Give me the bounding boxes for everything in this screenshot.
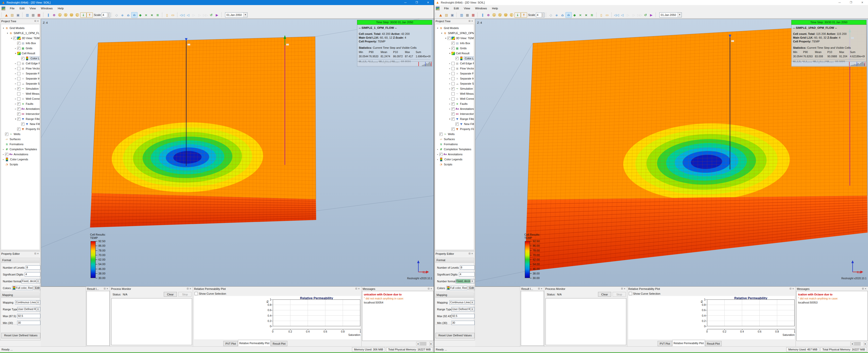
expander-icon[interactable]: ▸: [448, 98, 452, 100]
toolbar-button-nav-cube-home[interactable]: ⌂: [565, 12, 572, 18]
toolbar-button-summary-plots[interactable]: ▥: [25, 12, 30, 18]
expander-icon[interactable]: ▾: [14, 118, 17, 120]
scale-spinner[interactable]: 4▴▾: [102, 12, 110, 18]
significant-digits-input[interactable]: 4: [459, 272, 475, 276]
toolbar-button-plot-manager[interactable]: ▩: [465, 12, 470, 18]
toolbar-button-animation-first[interactable]: ◁◁: [179, 12, 185, 18]
spinner-arrows-icon[interactable]: ▴▾: [541, 13, 544, 17]
expander-icon[interactable]: ▸: [14, 98, 17, 100]
tree-row[interactable]: ▸☁Separate Surface Results: [435, 81, 474, 86]
tree-row[interactable]: ◔Scripts: [435, 162, 474, 167]
expander-icon[interactable]: ▸: [14, 103, 17, 105]
expander-icon[interactable]: ▸: [436, 148, 439, 150]
tree-row[interactable]: ▸▦Cell Edge Result: [1, 61, 40, 66]
tree-row[interactable]: ▸≡Well Connection Factors: [435, 96, 474, 101]
checkbox[interactable]: [447, 37, 451, 40]
tree-row[interactable]: ▸Color Legends: [1, 157, 40, 162]
restore-button[interactable]: ❐: [411, 0, 423, 5]
tree-row[interactable]: ▸▣Flow Vector Result: [1, 66, 40, 71]
timestep-combo[interactable]: 01.Jan 2050▾: [225, 12, 248, 18]
expander-icon[interactable]: ▸: [448, 83, 452, 85]
tree-row[interactable]: ▸×Separate Fault Result: [435, 71, 474, 76]
expander-icon[interactable]: ▸: [448, 108, 452, 110]
checkbox[interactable]: [17, 127, 21, 131]
toolbar-button-show-grid-box[interactable]: ◆: [572, 12, 578, 18]
toolbar-button-plot-manager[interactable]: ▩: [30, 12, 36, 18]
tree-row[interactable]: ▸×Faults: [435, 101, 474, 106]
toolbar-button-animation-play[interactable]: ▷: [625, 12, 631, 18]
checkbox[interactable]: [452, 72, 455, 75]
expander-icon[interactable]: ▾: [14, 52, 17, 55]
checkbox[interactable]: [21, 122, 25, 126]
toolbar-button-open-project[interactable]: ▧: [443, 12, 450, 18]
menu-item-help[interactable]: Help: [490, 7, 501, 10]
checkbox[interactable]: [452, 107, 455, 111]
tree-row[interactable]: ⋈Intersections: [1, 111, 40, 116]
toolbar-button-view-up[interactable]: ↑: [87, 12, 93, 18]
show-curve-checkbox[interactable]: [629, 292, 632, 295]
toolbar-button-view-perspective[interactable]: ◈: [120, 12, 125, 18]
expander-icon[interactable]: ▾: [6, 32, 9, 34]
tree-row[interactable]: ▤Info Box: [435, 41, 474, 46]
tree-row[interactable]: ▸#Completion Templates: [435, 147, 474, 152]
tab-relative-permeability-plot[interactable]: Relative Permeability Plot: [672, 340, 705, 346]
expander-icon[interactable]: ▸: [14, 62, 17, 65]
toolbar-button-animation-step-forward[interactable]: ▷: [631, 12, 637, 18]
checkbox[interactable]: [452, 87, 455, 90]
tree-row[interactable]: ▱Surfaces: [435, 137, 474, 142]
expander-icon[interactable]: ▸: [2, 158, 5, 160]
toolbar-button-animation-step-back[interactable]: ◁: [619, 12, 625, 18]
toolbar-button-split-view[interactable]: ‖: [480, 12, 486, 18]
tree-row[interactable]: ≋Formations: [1, 142, 40, 147]
checkbox[interactable]: [21, 57, 25, 60]
toolbar-button-app-logo[interactable]: ▲: [3, 12, 9, 18]
number-of-levels-input[interactable]: 8: [26, 265, 40, 270]
float-icon[interactable]: ⊡: [621, 287, 624, 290]
tree-row[interactable]: ~Well Measurements: [435, 91, 474, 96]
number-format-combo[interactable]: Fixed, decimal▾: [21, 279, 40, 283]
reset-user-defined-button[interactable]: Reset User Defined Values: [435, 333, 475, 339]
float-icon[interactable]: ⊡: [789, 287, 792, 290]
checkbox[interactable]: [456, 122, 459, 126]
close-button[interactable]: ×: [423, 0, 434, 5]
toolbar-button-plot-templates[interactable]: ▦: [36, 12, 42, 18]
tree-row[interactable]: ▸▣Flow Vector Result: [435, 66, 474, 71]
expander-icon[interactable]: ▸: [448, 67, 452, 70]
tree-row[interactable]: ▸AaAnnotations: [1, 106, 40, 111]
tree-row[interactable]: ▸×Separate Intersection Results: [435, 76, 474, 81]
tree-row[interactable]: ▸~Simulation Wells: [435, 86, 474, 91]
toolbar-button-show-faults[interactable]: ×: [578, 12, 583, 18]
toolbar-button-nav-cube[interactable]: ⌂: [560, 12, 565, 18]
tree-row[interactable]: ▸AaAnnotations: [435, 152, 474, 157]
close-icon[interactable]: ×: [189, 287, 192, 290]
colors-combo[interactable]: Full color, Red on to: [446, 286, 468, 290]
expander-icon[interactable]: ▾: [10, 37, 13, 39]
tree-row[interactable]: ▾≋SIMPLE_1_OPM_FLOW: [1, 31, 40, 36]
menu-item-edit[interactable]: Edit: [452, 7, 462, 10]
viewport-3d[interactable]: Z: 4 Time Step: 30/30 01.Jan 2050 -- SIM…: [41, 19, 434, 287]
checkbox[interactable]: [439, 133, 442, 136]
menu-item-windows[interactable]: Windows: [38, 7, 55, 10]
expander-icon[interactable]: ▸: [14, 72, 17, 75]
checkbox[interactable]: [452, 127, 455, 131]
max-input[interactable]: 92.5: [17, 314, 40, 318]
mapping-combo[interactable]: Continuous Linear▾: [15, 300, 40, 304]
close-icon[interactable]: ×: [471, 20, 474, 22]
clear-button[interactable]: Clear: [598, 292, 611, 297]
expander-icon[interactable]: ▸: [14, 108, 17, 110]
toolbar-button-view-up[interactable]: ↑: [521, 12, 527, 18]
checkbox[interactable]: [17, 112, 21, 116]
stop-button[interactable]: Stop: [178, 292, 191, 297]
tree-row[interactable]: ▸☁Separate Surface Results: [1, 81, 40, 86]
close-icon[interactable]: ×: [623, 287, 626, 290]
expander-icon[interactable]: ▸: [14, 78, 17, 80]
toolbar-button-show-grid-box[interactable]: ◆: [137, 12, 143, 18]
toolbar-button-animation-reload[interactable]: ↺: [643, 12, 649, 18]
expander-icon[interactable]: ▾: [436, 27, 439, 29]
expander-icon[interactable]: ▸: [14, 83, 17, 85]
toolbar-button-open-project[interactable]: ▧: [9, 12, 15, 18]
checkbox[interactable]: [13, 37, 17, 40]
float-icon[interactable]: ⊡: [104, 287, 106, 290]
float-icon[interactable]: ⊡: [34, 252, 37, 255]
toolbar-button-save-project[interactable]: ▣: [450, 12, 455, 18]
